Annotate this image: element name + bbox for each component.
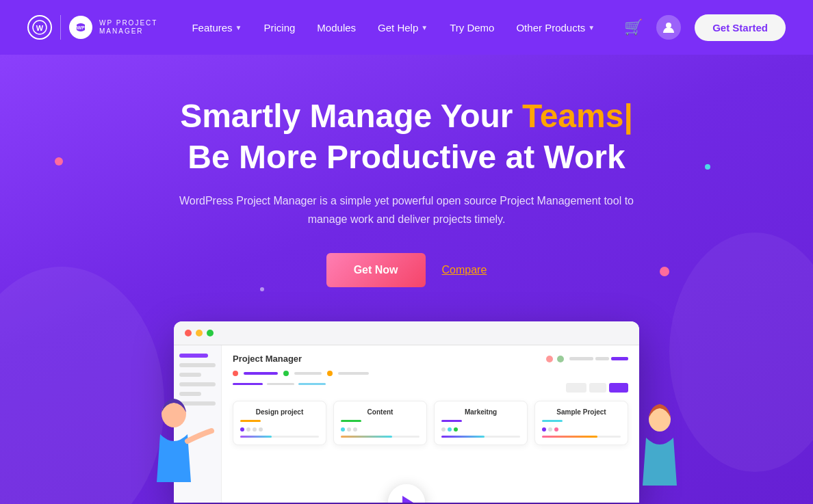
- get-now-button[interactable]: Get Now: [326, 253, 426, 287]
- card-title-1: Design project: [240, 408, 319, 416]
- card-dot-4c: [554, 427, 558, 432]
- other-products-chevron: ▼: [588, 24, 595, 31]
- wp-logo: W: [27, 15, 52, 40]
- nav-try-demo[interactable]: Try Demo: [450, 22, 494, 34]
- person-illustration-left: [133, 393, 215, 503]
- card-progress-1: [240, 436, 319, 438]
- card-bar-2: [341, 420, 361, 422]
- traffic-light-red: [185, 330, 192, 336]
- decorative-dot-pink-right: [660, 267, 669, 276]
- card-dot-1d: [259, 427, 263, 432]
- card-progress-fill-4: [542, 436, 597, 438]
- card-dot-1a: [240, 427, 244, 432]
- app-body: Project Manager: [174, 345, 639, 503]
- svg-text:WP: WP: [77, 25, 85, 30]
- svg-text:W: W: [36, 24, 44, 32]
- play-triangle-icon: [402, 496, 413, 503]
- sidebar-line-3: [179, 382, 216, 386]
- card-dots-3: [441, 427, 520, 432]
- hero-buttons: Get Now Compare: [27, 253, 786, 287]
- features-chevron: ▼: [235, 24, 242, 31]
- app-header-row: Project Manager: [233, 354, 628, 364]
- card-progress-fill-2: [341, 436, 392, 438]
- card-progress-2: [341, 436, 420, 438]
- nav-get-help[interactable]: Get Help ▼: [378, 22, 428, 34]
- pricing-label: Pricing: [264, 22, 296, 34]
- navbar: W WP WP PROJECT MANAGER Features ▼ Prici…: [0, 0, 813, 55]
- sidebar-line-1: [179, 363, 216, 367]
- sidebar-line-active: [179, 354, 208, 358]
- person-illustration-right: [625, 400, 694, 503]
- card-progress-fill-3: [441, 436, 485, 438]
- nav-features[interactable]: Features ▼: [192, 22, 242, 34]
- logo-area[interactable]: W WP WP PROJECT MANAGER: [27, 15, 157, 40]
- nav-pricing[interactable]: Pricing: [264, 22, 296, 34]
- card-dots-2: [341, 427, 420, 432]
- logo-line2: MANAGER: [99, 27, 157, 36]
- card-title-4: Sample Project: [542, 408, 621, 416]
- hero-subtitle: WordPress Project Manager is a simple ye…: [174, 191, 639, 228]
- get-help-chevron: ▼: [421, 24, 428, 31]
- filter-tab-active: [233, 383, 263, 385]
- decorative-dot-small: [260, 287, 264, 291]
- traffic-light-green: [207, 330, 214, 336]
- project-card-3: Markeitng: [434, 401, 528, 445]
- cart-icon[interactable]: 🛒: [624, 18, 643, 36]
- app-preview-wrapper: Project Manager: [174, 321, 639, 503]
- card-dot-1b: [246, 427, 250, 432]
- project-card-4: Sample Project: [534, 401, 628, 445]
- app-title-text: Project Manager: [233, 354, 302, 364]
- card-dot-3c: [454, 427, 458, 432]
- headline-part1: Smartly Manage Your: [180, 98, 522, 134]
- logo-icon: W WP: [27, 15, 92, 40]
- card-title-3: Markeitng: [441, 408, 520, 416]
- logo-line1: WP PROJECT: [99, 19, 157, 27]
- card-bar-3: [441, 420, 462, 422]
- card-dot-4b: [548, 427, 552, 432]
- card-progress-4: [542, 436, 621, 438]
- decorative-dot-blue-right: [705, 164, 710, 170]
- get-started-button[interactable]: Get Started: [695, 14, 786, 41]
- card-dots-1: [240, 427, 319, 432]
- status-bar-2: [294, 372, 322, 375]
- modules-label: Modules: [317, 22, 356, 34]
- status-dot-green: [283, 371, 289, 376]
- other-products-label: Other Products: [516, 22, 585, 34]
- pm-logo: WP: [69, 16, 92, 39]
- nav-actions: 🛒 Get Started: [624, 14, 786, 41]
- card-dot-1c: [253, 427, 257, 432]
- headline-highlight: Teams|: [522, 98, 633, 134]
- project-cards: Design project: [233, 401, 628, 445]
- card-dot-3b: [448, 427, 452, 432]
- status-dot-orange: [327, 371, 333, 376]
- app-status-row: [233, 371, 628, 376]
- card-bar-1: [240, 420, 261, 422]
- card-progress-3: [441, 436, 520, 438]
- filter-tab-2: [298, 383, 326, 385]
- status-bar-1: [244, 372, 278, 375]
- card-progress-fill-1: [240, 436, 272, 438]
- traffic-light-yellow: [196, 330, 203, 336]
- status-bar-3: [338, 372, 369, 375]
- nav-links: Features ▼ Pricing Modules Get Help ▼ Tr…: [192, 22, 624, 34]
- status-dot-red: [233, 371, 238, 376]
- user-icon[interactable]: [656, 15, 681, 40]
- nav-other-products[interactable]: Other Products ▼: [516, 22, 595, 34]
- app-titlebar: [174, 321, 639, 345]
- logo-divider: [60, 15, 61, 40]
- svg-point-3: [666, 23, 671, 28]
- try-demo-label: Try Demo: [450, 22, 494, 34]
- project-card-1: Design project: [233, 401, 326, 445]
- card-dot-4a: [542, 427, 546, 432]
- app-filter-row: [233, 383, 628, 393]
- card-dot-3a: [441, 427, 446, 432]
- headline-line2: Be More Productive at Work: [188, 139, 625, 175]
- hero-section: Smartly Manage Your Teams| Be More Produ…: [0, 55, 813, 504]
- card-bar-4: [542, 420, 563, 422]
- card-dot-2b: [347, 427, 351, 432]
- nav-modules[interactable]: Modules: [317, 22, 356, 34]
- hero-headline: Smartly Manage Your Teams| Be More Produ…: [27, 96, 786, 178]
- card-title-2: Content: [341, 408, 420, 416]
- compare-link[interactable]: Compare: [442, 264, 487, 276]
- app-preview: Project Manager: [174, 321, 639, 503]
